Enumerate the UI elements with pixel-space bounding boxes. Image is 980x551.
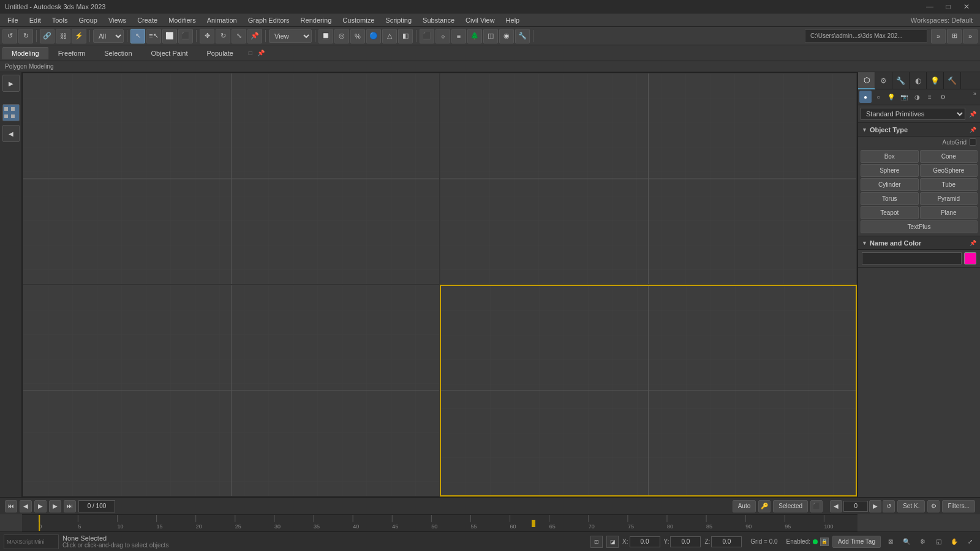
tools-right-1[interactable]: ⊞	[947, 29, 962, 43]
menu-scripting[interactable]: Scripting	[380, 15, 417, 25]
scale-button[interactable]: ⤡	[232, 29, 246, 43]
z-coord-value[interactable]: 0.0	[711, 536, 742, 547]
loop-key-button[interactable]: ↺	[883, 500, 895, 512]
viewport-bottom-left[interactable]	[23, 285, 440, 497]
panel-tab-modify[interactable]: ⚙	[875, 72, 892, 89]
subtab-shapes[interactable]: ○	[872, 91, 884, 103]
snap-use-axis-button[interactable]: △	[382, 29, 397, 43]
schematic-view-button[interactable]: ◫	[483, 29, 498, 43]
viewport-top-right[interactable]	[440, 73, 857, 285]
subtab-geometry[interactable]: ●	[859, 91, 872, 103]
maxscript-mini[interactable]: MAXScript Mini	[4, 534, 59, 549]
timeline-ruler[interactable]: 0 5 10 15 20 25 30 35 40 45 50	[22, 514, 858, 531]
btn-cylinder[interactable]: Cylinder	[861, 178, 919, 191]
btn-textplus[interactable]: TextPlus	[861, 220, 978, 233]
zoom-extents-button[interactable]: ⤢	[964, 536, 976, 548]
menu-graph-editors[interactable]: Graph Editors	[243, 15, 295, 25]
auto-key-button[interactable]: Auto	[733, 500, 756, 512]
viewport-bottom-right[interactable]	[440, 285, 857, 497]
subtab-spacewarps[interactable]: ≡	[924, 91, 936, 103]
select-button[interactable]: ↖	[130, 29, 145, 43]
tl-play-button[interactable]: ▶	[34, 500, 47, 512]
selected-button[interactable]: Selected	[773, 500, 808, 512]
panel-tab-display[interactable]: 💡	[927, 72, 944, 89]
tab-freeform[interactable]: Freeform	[49, 47, 95, 59]
frame-display[interactable]: 0 / 100	[78, 500, 115, 512]
x-coord-value[interactable]: 0.0	[630, 536, 660, 547]
subtab-cameras[interactable]: 📷	[898, 91, 910, 103]
key-filter-button[interactable]: ⬛	[810, 500, 823, 512]
set-keys-button[interactable]: 🔑	[758, 500, 771, 512]
snap-toggle-button[interactable]: 🔲	[318, 29, 333, 43]
name-input[interactable]	[862, 252, 962, 264]
menu-rendering[interactable]: Rendering	[296, 15, 337, 25]
tl-prev-button[interactable]: ◀	[20, 500, 32, 512]
left-tool-grid[interactable]	[2, 104, 20, 121]
tab-populate[interactable]: Populate	[197, 47, 242, 59]
prev-key-button[interactable]: ◀	[830, 500, 842, 512]
menu-modifiers[interactable]: Modifiers	[164, 15, 201, 25]
primitive-dropdown[interactable]: Standard Primitives	[861, 108, 965, 120]
select-by-name-button[interactable]: ≡↖	[146, 29, 161, 43]
minimize-button[interactable]: —	[921, 0, 938, 13]
panel-pin[interactable]: 📌	[968, 109, 978, 119]
tab-selection[interactable]: Selection	[95, 47, 141, 59]
object-type-header[interactable]: ▼ Object Type 📌	[858, 123, 980, 137]
frame-input[interactable]	[843, 501, 868, 512]
filters-button[interactable]: Filters...	[942, 500, 975, 512]
render-setup-button[interactable]: 🔧	[515, 29, 530, 43]
set-key-label[interactable]: Set K.	[897, 500, 925, 512]
btn-teapot[interactable]: Teapot	[861, 206, 919, 219]
key-options-button[interactable]: ⚙	[927, 500, 940, 512]
bind-to-space-button[interactable]: ⚡	[72, 29, 86, 43]
expand-button[interactable]: »	[931, 29, 946, 43]
menu-help[interactable]: Help	[501, 15, 525, 25]
left-nav-prev[interactable]: ◀	[2, 125, 20, 142]
filter-dropdown[interactable]: All	[93, 29, 124, 43]
panel-tab-hierarchy[interactable]: 🔧	[892, 72, 910, 89]
y-coord-value[interactable]: 0.0	[670, 536, 701, 547]
spinner-snap-button[interactable]: 🔵	[366, 29, 381, 43]
isolate-button[interactable]: ⊠	[884, 536, 897, 548]
subtab-systems[interactable]: ⚙	[937, 91, 949, 103]
menu-substance[interactable]: Substance	[418, 15, 459, 25]
hierarchy-button[interactable]: ⟐	[435, 29, 450, 43]
tl-next-button[interactable]: ▶	[49, 500, 61, 512]
settings-small-button[interactable]: ⚙	[916, 536, 929, 548]
btn-geosphere[interactable]: GeoSphere	[920, 164, 978, 177]
btn-sphere[interactable]: Sphere	[861, 164, 919, 177]
menu-animation[interactable]: Animation	[202, 15, 242, 25]
left-tool-1[interactable]: ▶	[2, 75, 20, 92]
redo-button[interactable]: ↻	[18, 29, 33, 43]
viewport-top-left[interactable]	[23, 73, 440, 285]
panel-arrow[interactable]: »	[971, 91, 979, 103]
menu-tools[interactable]: Tools	[47, 15, 73, 25]
subtab-lights[interactable]: 💡	[885, 91, 897, 103]
menu-civil-view[interactable]: Civil View	[461, 15, 499, 25]
tab-object-paint[interactable]: Object Paint	[142, 47, 197, 59]
snap-icon-btn[interactable]: ⊡	[590, 536, 603, 548]
nav-cube-button[interactable]: ◱	[932, 536, 944, 548]
btn-cone[interactable]: Cone	[920, 150, 978, 163]
move-button[interactable]: ✥	[200, 29, 214, 43]
next-key-button[interactable]: ▶	[869, 500, 881, 512]
tabs-expand-button[interactable]: □	[246, 48, 255, 58]
mirror-button[interactable]: ◧	[398, 29, 413, 43]
scene-explorer-button[interactable]: 🌲	[467, 29, 482, 43]
menu-edit[interactable]: Edit	[24, 15, 46, 25]
btn-plane[interactable]: Plane	[920, 206, 978, 219]
menu-group[interactable]: Group	[74, 15, 102, 25]
render-region-btn[interactable]: ◪	[606, 536, 619, 548]
percent-snap-button[interactable]: %	[350, 29, 365, 43]
place-button[interactable]: 📌	[247, 29, 262, 43]
unlink-button[interactable]: ⛓	[56, 29, 70, 43]
search-button[interactable]: 🔍	[900, 536, 913, 548]
name-color-header[interactable]: ▼ Name and Color 📌	[858, 236, 980, 250]
menu-customize[interactable]: Customize	[337, 15, 379, 25]
angle-snap-button[interactable]: ◎	[334, 29, 349, 43]
material-editor-button[interactable]: ◉	[499, 29, 514, 43]
btn-torus[interactable]: Torus	[861, 192, 919, 205]
tl-prev-frame-button[interactable]: ⏮	[5, 500, 17, 512]
add-time-tag-button[interactable]: Add Time Tag	[832, 536, 881, 548]
hand-button[interactable]: ✋	[948, 536, 960, 548]
